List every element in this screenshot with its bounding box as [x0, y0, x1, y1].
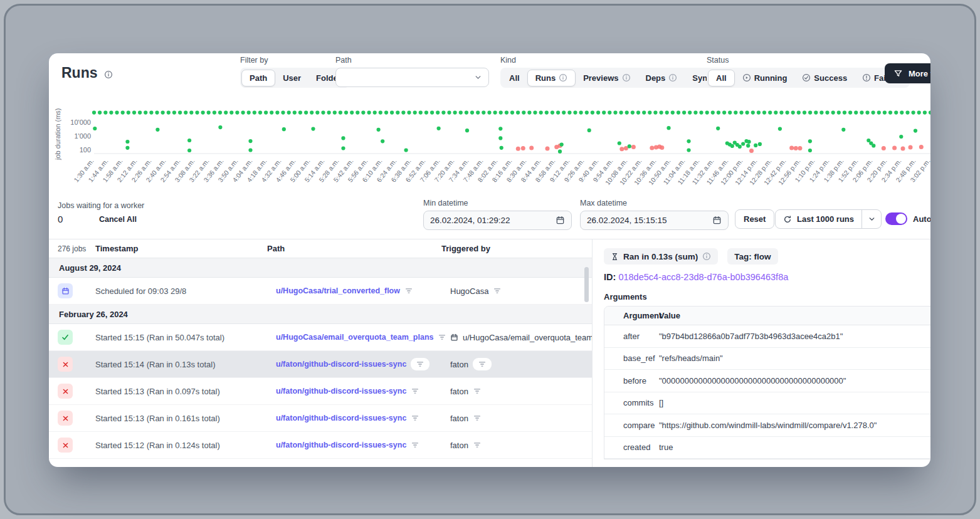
filter-icon[interactable]: [411, 414, 419, 422]
table-row[interactable]: Started 15:15 (Ran in 50.047s total) u/H…: [49, 324, 592, 351]
run-dot: [808, 149, 812, 152]
reset-button[interactable]: Reset: [735, 209, 774, 229]
run-dot: [500, 146, 503, 150]
filter-icon[interactable]: [473, 441, 482, 449]
runs-scatter-chart[interactable]: 10'0001'0001001:30 a.m.1:44 a.m.1:58 a.m…: [49, 98, 930, 205]
chart-points: [93, 125, 924, 154]
run-dot: [545, 146, 550, 150]
table-row[interactable]: Scheduled for 09:03 29/8 u/HugoCasa/tria…: [49, 278, 592, 305]
column-path: Path: [267, 244, 441, 253]
min-datetime-input[interactable]: [430, 216, 556, 225]
run-dot: [741, 142, 745, 145]
job-path-link[interactable]: u/faton/github-discord-issues-sync: [276, 414, 406, 422]
run-dot: [187, 149, 191, 152]
filter-icon[interactable]: [404, 286, 413, 295]
job-path-link[interactable]: u/faton/github-discord-issues-sync: [276, 441, 406, 449]
run-dot: [341, 136, 345, 140]
job-path-link[interactable]: u/HugoCasa/trial_converted_flow: [276, 286, 400, 295]
filter-option-deps[interactable]: Deps: [638, 70, 685, 86]
job-timestamp: Started 15:14 (Ran in 0.13s total): [95, 360, 276, 369]
run-dot: [808, 139, 812, 143]
run-dot: [155, 128, 159, 132]
last-runs-button[interactable]: Last 1000 runs: [775, 209, 882, 229]
argument-name: before: [604, 376, 658, 385]
run-dot: [93, 127, 97, 130]
run-dot: [248, 139, 252, 143]
auto-refresh-toggle[interactable]: [885, 212, 907, 225]
run-id-value[interactable]: 018de5c4-acc8-23d8-d76a-b0b396463f8a: [618, 272, 788, 282]
run-dot: [560, 143, 564, 147]
info-icon: [622, 73, 631, 82]
chevron-down-icon[interactable]: [862, 210, 881, 228]
job-path-link[interactable]: u/HugoCasa/email_overquota_team_plans: [276, 333, 433, 342]
job-path-link[interactable]: u/faton/github-discord-issues-sync: [276, 387, 406, 396]
run-dot: [892, 146, 897, 150]
filter-icon[interactable]: [473, 358, 492, 370]
max-datetime-input[interactable]: [587, 216, 712, 225]
cancel-all-button[interactable]: Cancel All: [99, 215, 137, 224]
filter-icon[interactable]: [411, 387, 419, 396]
calendar-icon[interactable]: [712, 216, 722, 225]
filter-option-user[interactable]: User: [275, 70, 308, 86]
job-path-link[interactable]: u/faton/github-discord-issues-sync: [276, 360, 406, 369]
filter-icon[interactable]: [411, 358, 429, 370]
min-datetime-label: Min datetime: [423, 199, 572, 207]
scrollbar[interactable]: [584, 267, 589, 302]
filter-icon[interactable]: [473, 414, 482, 422]
filter-icon[interactable]: [438, 333, 446, 342]
duration-badge: Ran in 0.13s (sum): [604, 248, 718, 265]
calendar-icon: [450, 333, 458, 342]
run-dot: [650, 146, 654, 150]
path-filter-select[interactable]: [335, 68, 489, 87]
success-status-icon: [58, 330, 73, 345]
filter-option-previews[interactable]: Previews: [576, 70, 638, 86]
jobs-count: 276 jobs: [49, 244, 87, 253]
run-dot: [758, 142, 762, 146]
run-dot: [521, 146, 525, 150]
kind-group: Kind AllRunsPreviewsDepsSync: [500, 56, 732, 88]
filter-option-all[interactable]: All: [502, 70, 527, 86]
argument-value: "b97b4bd12866a0b7adf77b3b4963d3acee4ca2b…: [658, 332, 930, 341]
run-dot: [901, 146, 905, 150]
table-row[interactable]: Started 15:12 (Ran in 0.124s total) u/fa…: [49, 432, 592, 459]
run-dot: [248, 148, 252, 152]
filter-icon[interactable]: [493, 286, 502, 295]
job-timestamp: Started 15:15 (Ran in 50.047s total): [95, 333, 276, 342]
run-dot: [465, 128, 469, 132]
y-tick-label: 10'000: [70, 118, 91, 126]
table-row[interactable]: Started 15:13 (Ran in 0.097s total) u/fa…: [49, 378, 592, 405]
run-dot: [738, 145, 742, 149]
filter-icon[interactable]: [411, 441, 419, 449]
failure-status-icon: [58, 357, 73, 372]
job-path: u/faton/github-discord-issues-sync: [276, 414, 450, 422]
argument-row: compare "https://github.com/windmill-lab…: [604, 414, 930, 437]
column-value: Value: [658, 311, 930, 320]
job-triggered-by: HugoCasa: [450, 286, 592, 296]
argument-name: created: [604, 443, 658, 452]
run-dot: [872, 144, 875, 147]
run-dot: [919, 145, 924, 149]
run-dot: [747, 140, 751, 144]
filter-option-path[interactable]: Path: [241, 70, 275, 86]
argument-row: after "b97b4bd12866a0b7adf77b3b4963d3ace…: [604, 325, 930, 348]
more-filters-button[interactable]: More filters: [885, 63, 930, 83]
filter-option-success[interactable]: Success: [794, 70, 855, 86]
argument-value: "000000000000000000000000000000000000000…: [658, 376, 930, 385]
calendar-icon[interactable]: [556, 216, 565, 225]
run-dot: [437, 127, 441, 130]
run-dot: [789, 146, 794, 150]
filter-option-runs[interactable]: Runs: [527, 70, 576, 86]
filter-option-running[interactable]: Running: [735, 70, 795, 86]
filter-icon[interactable]: [473, 387, 482, 396]
info-icon[interactable]: [702, 252, 711, 261]
filter-option-all[interactable]: All: [708, 70, 735, 86]
last-runs-label: Last 1000 runs: [797, 214, 854, 224]
table-row[interactable]: Started 15:14 (Ran in 0.13s total) u/fat…: [49, 351, 592, 378]
table-row[interactable]: Started 15:13 (Ran in 0.161s total) u/fa…: [49, 405, 592, 432]
run-dot: [341, 146, 345, 150]
job-triggered-by: faton: [450, 441, 592, 450]
run-dot: [798, 146, 802, 150]
info-icon[interactable]: [104, 70, 113, 81]
run-dot: [667, 126, 670, 130]
y-tick-label: 1'000: [74, 132, 91, 140]
